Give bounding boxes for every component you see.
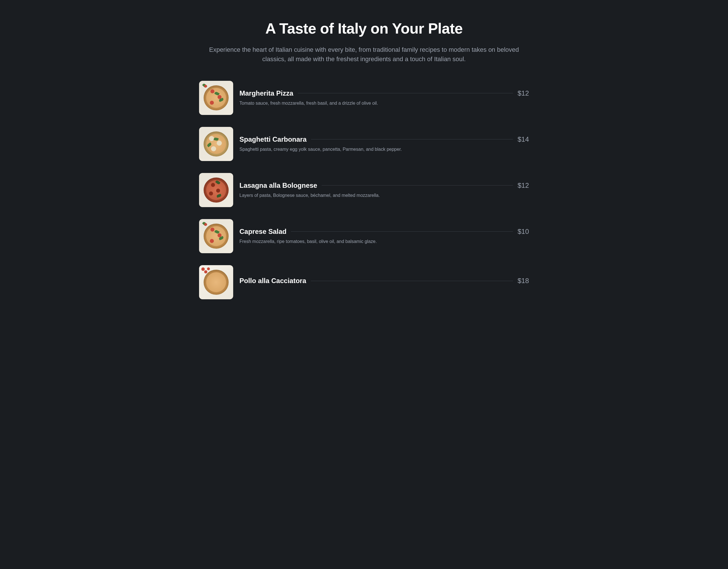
page-header: A Taste of Italy on Your Plate Experienc… — [199, 20, 529, 64]
menu-item-header: Pollo alla Cacciatora $18 — [239, 277, 529, 285]
menu-item: Spaghetti Carbonara $14 Spaghetti pasta,… — [199, 127, 529, 161]
menu-item-price: $12 — [518, 89, 529, 97]
menu-item-name: Pollo alla Cacciatora — [239, 277, 306, 285]
page-container: A Taste of Italy on Your Plate Experienc… — [199, 20, 529, 299]
food-image — [199, 173, 233, 207]
menu-item-price: $18 — [518, 277, 529, 285]
page-subtitle: Experience the heart of Italian cuisine … — [208, 45, 520, 64]
menu-item: Caprese Salad $10 Fresh mozzarella, ripe… — [199, 219, 529, 253]
menu-item-name: Lasagna alla Bolognese — [239, 181, 317, 189]
menu-divider — [311, 139, 513, 139]
menu-item-header: Lasagna alla Bolognese $12 — [239, 181, 529, 189]
food-image — [199, 265, 233, 299]
menu-item-description: Tomato sauce, fresh mozzarella, fresh ba… — [239, 100, 529, 106]
food-image — [199, 127, 233, 161]
food-image — [199, 81, 233, 115]
menu-item: Lasagna alla Bolognese $12 Layers of pas… — [199, 173, 529, 207]
menu-item-description: Fresh mozzarella, ripe tomatoes, basil, … — [239, 238, 529, 245]
menu-content: Spaghetti Carbonara $14 Spaghetti pasta,… — [239, 135, 529, 152]
menu-item-description: Layers of pasta, Bolognese sauce, bécham… — [239, 192, 529, 198]
menu-divider — [311, 281, 513, 281]
menu-content: Caprese Salad $10 Fresh mozzarella, ripe… — [239, 227, 529, 245]
menu-item-description: Spaghetti pasta, creamy egg yolk sauce, … — [239, 146, 529, 152]
page-title: A Taste of Italy on Your Plate — [199, 20, 529, 37]
menu-divider — [291, 231, 513, 231]
menu-item-price: $14 — [518, 135, 529, 143]
menu-item-price: $12 — [518, 181, 529, 189]
menu-item-name: Spaghetti Carbonara — [239, 135, 307, 143]
menu-item: Pollo alla Cacciatora $18 — [199, 265, 529, 299]
menu-item-price: $10 — [518, 227, 529, 235]
menu-list: Margherita Pizza $12 Tomato sauce, fresh… — [199, 81, 529, 299]
menu-content: Margherita Pizza $12 Tomato sauce, fresh… — [239, 89, 529, 106]
menu-item-header: Spaghetti Carbonara $14 — [239, 135, 529, 143]
food-image — [199, 219, 233, 253]
menu-content: Lasagna alla Bolognese $12 Layers of pas… — [239, 181, 529, 198]
menu-item-name: Margherita Pizza — [239, 89, 293, 97]
menu-divider — [298, 93, 513, 93]
menu-item: Margherita Pizza $12 Tomato sauce, fresh… — [199, 81, 529, 115]
menu-divider — [322, 185, 513, 185]
menu-item-header: Caprese Salad $10 — [239, 227, 529, 235]
menu-item-name: Caprese Salad — [239, 227, 286, 235]
menu-content: Pollo alla Cacciatora $18 — [239, 277, 529, 288]
menu-item-header: Margherita Pizza $12 — [239, 89, 529, 97]
